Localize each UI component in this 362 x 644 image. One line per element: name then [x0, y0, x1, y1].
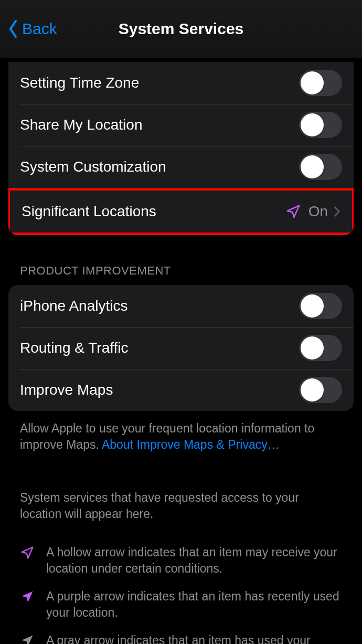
toggle-setting-time-zone[interactable] [299, 70, 342, 96]
row-label: iPhone Analytics [20, 298, 299, 314]
toggle-share-my-location[interactable] [299, 112, 342, 138]
toggle-knob [301, 336, 324, 360]
row-iphone-analytics[interactable]: iPhone Analytics [8, 285, 354, 327]
location-arrow-hollow-icon [20, 545, 36, 564]
toggle-system-customization[interactable] [299, 154, 342, 180]
settings-group-product-improvement: iPhone Analytics Routing & Traffic Impro… [8, 285, 354, 411]
row-label: System Customization [20, 159, 299, 175]
chevron-left-icon [7, 19, 19, 38]
page-title: System Services [119, 20, 244, 38]
row-setting-time-zone[interactable]: Setting Time Zone [8, 62, 354, 104]
nav-bar: Back System Services [0, 0, 362, 58]
toggle-routing-traffic[interactable] [299, 335, 342, 361]
legend-section: System services that have requested acce… [8, 453, 354, 644]
row-improve-maps[interactable]: Improve Maps [8, 369, 354, 411]
legend-text: A gray arrow indicates that an item has … [46, 632, 342, 644]
highlight-significant-locations: Significant Locations On [8, 188, 354, 235]
legend-text: A purple arrow indicates that an item ha… [46, 588, 342, 621]
toggle-iphone-analytics[interactable] [299, 293, 342, 319]
row-share-my-location[interactable]: Share My Location [8, 104, 354, 146]
row-label: Significant Locations [22, 203, 285, 220]
row-value: On [308, 203, 328, 220]
toggle-knob [301, 71, 324, 94]
legend-row-hollow: A hollow arrow indicates that an item ma… [20, 544, 342, 577]
row-system-customization[interactable]: System Customization [8, 146, 354, 188]
footer-improve-maps: Allow Apple to use your frequent locatio… [8, 411, 354, 453]
row-label: Improve Maps [20, 382, 299, 398]
toggle-improve-maps[interactable] [299, 377, 342, 403]
settings-group-system: Setting Time Zone Share My Location Syst… [8, 62, 354, 235]
chevron-right-icon [333, 205, 340, 218]
back-label: Back [22, 20, 57, 38]
legend-text: A hollow arrow indicates that an item ma… [46, 544, 342, 577]
location-arrow-purple-icon [20, 589, 36, 608]
location-arrow-hollow-icon [285, 204, 301, 219]
row-label: Share My Location [20, 117, 299, 133]
section-header-product-improvement: PRODUCT IMPROVEMENT [8, 235, 354, 285]
legend-intro: System services that have requested acce… [20, 490, 342, 522]
row-routing-traffic[interactable]: Routing & Traffic [8, 327, 354, 369]
row-significant-locations[interactable]: Significant Locations On [10, 191, 352, 233]
legend-row-purple: A purple arrow indicates that an item ha… [20, 588, 342, 621]
toggle-knob [301, 155, 324, 178]
location-arrow-gray-icon [20, 634, 36, 644]
row-label: Setting Time Zone [20, 75, 299, 91]
back-button[interactable]: Back [7, 19, 57, 38]
toggle-knob [301, 113, 324, 136]
toggle-knob [301, 294, 324, 318]
legend-row-gray: A gray arrow indicates that an item has … [20, 632, 342, 644]
link-improve-maps-privacy[interactable]: About Improve Maps & Privacy… [102, 438, 280, 451]
toggle-knob [301, 378, 324, 402]
row-label: Routing & Traffic [20, 340, 299, 356]
